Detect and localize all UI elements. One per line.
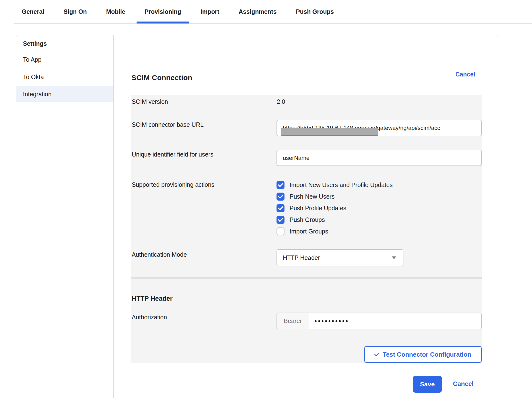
- checkbox-icon: [277, 193, 284, 201]
- base-url-label: SCIM connector base URL: [132, 121, 204, 128]
- provisioning-actions-label: Supported provisioning actions: [132, 181, 214, 188]
- checkbox-push-profile-updates[interactable]: Push Profile Updates: [277, 204, 346, 212]
- section-divider: [131, 278, 482, 278]
- scim-version-label: SCIM version: [132, 98, 168, 105]
- unique-identifier-label: Unique identifier field for users: [132, 151, 213, 158]
- scim-connection-panel: SCIM Connection Cancel SCIM version 2.0 …: [114, 35, 499, 398]
- tab-provisioning[interactable]: Provisioning: [137, 0, 189, 23]
- scim-version-value: 2.0: [277, 98, 285, 105]
- auth-mode-select[interactable]: HTTP Header: [277, 249, 403, 266]
- sidebar-item-to-app[interactable]: To App: [16, 51, 113, 68]
- url-visible-suffix: /gateway/ng/api/scim/acc: [375, 125, 440, 131]
- check-icon: [278, 193, 283, 199]
- tab-sign-on[interactable]: Sign On: [56, 0, 95, 23]
- provisioning-card: Settings To App To Okta Integration SCIM…: [16, 35, 499, 398]
- checkbox-icon: [277, 227, 284, 235]
- check-icon: [278, 205, 283, 210]
- checkbox-label: Push Profile Updates: [290, 205, 346, 212]
- provisioning-settings-page: General Sign On Mobile Provisioning Impo…: [0, 0, 532, 398]
- app-tab-bar: General Sign On Mobile Provisioning Impo…: [14, 0, 532, 24]
- checkbox-label: Push Groups: [290, 216, 325, 223]
- authorization-input-group: Bearer ●●●●●●●●●●: [277, 313, 482, 329]
- unique-identifier-input[interactable]: userName: [277, 150, 482, 166]
- tab-assignments[interactable]: Assignments: [231, 0, 284, 23]
- cancel-link-top[interactable]: Cancel: [455, 71, 475, 78]
- tab-mobile[interactable]: Mobile: [98, 0, 133, 23]
- checkbox-import-groups[interactable]: Import Groups: [277, 227, 328, 235]
- http-header-section-title: HTTP Header: [132, 295, 173, 302]
- authorization-label: Authorization: [132, 314, 167, 321]
- save-button[interactable]: Save: [413, 376, 442, 393]
- sidebar-item-to-okta[interactable]: To Okta: [16, 69, 113, 85]
- check-icon: [278, 181, 283, 187]
- auth-mode-label: Authentication Mode: [132, 251, 187, 258]
- checkbox-label: Import Groups: [290, 228, 328, 235]
- redaction-bar: [281, 128, 378, 136]
- test-connector-label: Test Connector Configuration: [383, 351, 471, 358]
- test-connector-configuration-button[interactable]: Test Connector Configuration: [364, 346, 482, 363]
- checkbox-import-new-users[interactable]: Import New Users and Profile Updates: [277, 181, 393, 189]
- auth-mode-selected-value: HTTP Header: [283, 254, 320, 261]
- checkbox-icon: [277, 204, 284, 212]
- tab-import[interactable]: Import: [193, 0, 227, 23]
- page-title: SCIM Connection: [131, 74, 192, 82]
- checkbox-icon: [277, 181, 284, 189]
- authorization-token-input[interactable]: ●●●●●●●●●●: [309, 313, 481, 329]
- checkbox-push-groups[interactable]: Push Groups: [277, 216, 325, 224]
- cancel-link-bottom[interactable]: Cancel: [453, 380, 474, 388]
- checkbox-label: Push New Users: [290, 193, 335, 200]
- sidebar-header: Settings: [23, 40, 47, 47]
- redacted-url-segment: https://b5bd-135-19-67-148.ngrok.io: [283, 125, 375, 131]
- check-icon: [374, 351, 379, 356]
- checkbox-icon: [277, 216, 284, 224]
- checkbox-label: Import New Users and Profile Updates: [290, 181, 393, 188]
- base-url-input[interactable]: https://b5bd-135-19-67-148.ngrok.io /gat…: [277, 120, 482, 136]
- tab-general[interactable]: General: [14, 0, 52, 23]
- scim-connection-form: SCIM version 2.0 SCIM connector base URL…: [131, 95, 482, 363]
- sidebar-item-integration[interactable]: Integration: [16, 86, 113, 102]
- settings-sidebar: Settings To App To Okta Integration: [16, 35, 114, 398]
- tab-push-groups[interactable]: Push Groups: [288, 0, 342, 23]
- bearer-prefix: Bearer: [277, 313, 309, 329]
- chevron-down-icon: [392, 256, 396, 259]
- check-icon: [278, 216, 283, 222]
- checkbox-push-new-users[interactable]: Push New Users: [277, 192, 335, 201]
